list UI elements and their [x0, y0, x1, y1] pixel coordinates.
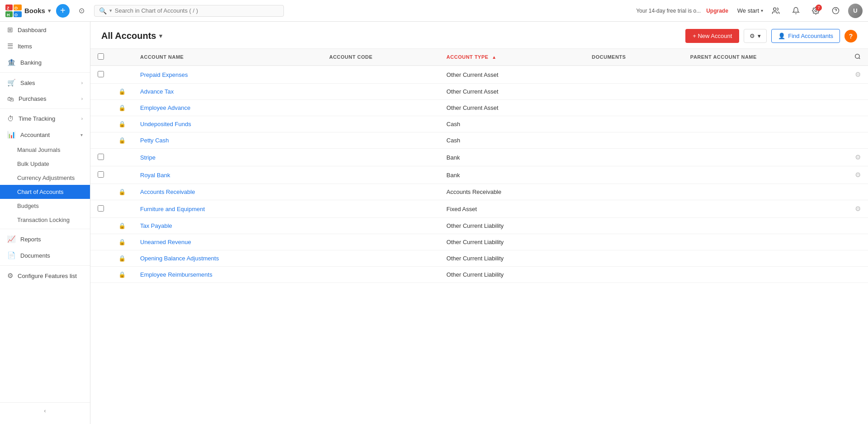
lock-icon: 🔒 — [118, 121, 126, 127]
account-name-link[interactable]: Petty Cash — [140, 137, 169, 144]
contacts-icon[interactable] — [769, 4, 783, 18]
title-chevron-icon[interactable]: ▾ — [159, 33, 162, 39]
sidebar-item-configure[interactable]: ⚙ Configure Features list — [0, 268, 90, 284]
table-header-row: ACCOUNT NAME ACCOUNT CODE ACCOUNT TYPE ▲… — [90, 49, 868, 66]
search-filter-icon[interactable]: ▾ — [109, 8, 112, 14]
select-all-checkbox[interactable] — [98, 53, 104, 60]
account-name-link[interactable]: Unearned Revenue — [140, 239, 191, 245]
sidebar-item-items[interactable]: ☰ Items — [0, 38, 90, 54]
row-settings-icon[interactable]: ⚙ — [855, 71, 861, 78]
row-lock-cell: 🔒 — [111, 250, 133, 267]
row-settings-cell — [847, 218, 868, 234]
sidebar-item-sales[interactable]: 🛒 Sales › — [0, 75, 90, 91]
lock-icon: 🔒 — [118, 88, 126, 95]
row-documents — [585, 218, 683, 234]
row-documents — [585, 100, 683, 116]
sidebar-subitem-bulk-update[interactable]: Bulk Update — [0, 157, 90, 171]
sidebar-item-banking[interactable]: 🏦 Banking — [0, 54, 90, 71]
account-name-link[interactable]: Employee Reimbursements — [140, 271, 212, 278]
account-name-link[interactable]: Advance Tax — [140, 88, 174, 95]
row-parent-account — [683, 132, 847, 149]
sidebar-item-dashboard[interactable]: ⊞ Dashboard — [0, 22, 90, 38]
row-checkbox-cell — [90, 218, 111, 234]
settings-dropdown-button[interactable]: ⚙ ▾ — [744, 29, 767, 43]
th-account-name[interactable]: ACCOUNT NAME — [133, 49, 322, 66]
row-parent-account — [683, 218, 847, 234]
row-account-type: Other Current Asset — [439, 84, 585, 100]
sidebar-item-time-tracking[interactable]: ⏱ Time Tracking › — [0, 111, 90, 127]
row-lock-cell — [111, 149, 133, 166]
main-header: All Accounts ▾ + New Account ⚙ ▾ 👤 Find … — [90, 22, 868, 49]
th-checkbox[interactable] — [90, 49, 111, 66]
row-settings-icon[interactable]: ⚙ — [855, 171, 861, 179]
sidebar-subitem-chart-of-accounts[interactable]: Chart of Accounts — [0, 185, 90, 199]
account-name-link[interactable]: Undeposited Funds — [140, 121, 191, 127]
account-name-link[interactable]: Opening Balance Adjustments — [140, 255, 219, 262]
row-account-code — [322, 250, 439, 267]
help-button[interactable]: ? — [844, 30, 857, 42]
sidebar-subitem-transaction-locking[interactable]: Transaction Locking — [0, 213, 90, 227]
row-checkbox-cell — [90, 100, 111, 116]
sidebar-item-accountant[interactable]: 📊 Accountant ▾ — [0, 127, 90, 143]
row-account-type: Other Current Liability — [439, 250, 585, 267]
row-settings-icon[interactable]: ⚙ — [855, 205, 861, 212]
row-account-name: Employee Advance — [133, 100, 322, 116]
row-account-name: Petty Cash — [133, 132, 322, 149]
sidebar-subitem-currency-adjustments[interactable]: Currency Adjustments — [0, 171, 90, 185]
lock-icon: 🔒 — [118, 137, 126, 144]
row-account-type: Bank — [439, 149, 585, 166]
search-input[interactable] — [115, 7, 279, 14]
account-name-link[interactable]: Accounts Receivable — [140, 188, 195, 195]
search-bar[interactable]: 🔍 ▾ — [94, 5, 284, 17]
account-name-link[interactable]: Employee Advance — [140, 104, 190, 111]
find-accountants-button[interactable]: 👤 Find Accountants — [771, 29, 840, 43]
help-icon[interactable] — [828, 4, 843, 18]
org-selector[interactable]: We start ▾ — [737, 7, 763, 14]
history-icon[interactable]: ⊙ — [75, 4, 89, 18]
sidebar-subitem-budgets[interactable]: Budgets — [0, 199, 90, 213]
th-search[interactable] — [847, 49, 868, 66]
row-lock-cell — [111, 166, 133, 184]
notifications-icon[interactable] — [788, 4, 803, 18]
account-name-link[interactable]: Prepaid Expenses — [140, 71, 188, 78]
sidebar-item-documents[interactable]: 📄 Documents — [0, 247, 90, 264]
sidebar-item-label: Time Tracking — [19, 115, 55, 122]
logo-chevron-icon[interactable]: ▾ — [48, 8, 51, 14]
th-account-type[interactable]: ACCOUNT TYPE ▲ — [439, 49, 585, 66]
logo[interactable]: Z O H O Books ▾ — [5, 5, 51, 17]
avatar[interactable]: U — [848, 4, 863, 18]
row-parent-account — [683, 250, 847, 267]
row-checkbox[interactable] — [98, 154, 104, 160]
account-name-link[interactable]: Royal Bank — [140, 172, 170, 179]
reports-icon: 📈 — [7, 235, 16, 243]
account-name-link[interactable]: Stripe — [140, 154, 156, 161]
row-account-name: Employee Reimbursements — [133, 267, 322, 283]
sidebar-subitem-manual-journals[interactable]: Manual Journals — [0, 143, 90, 157]
row-checkbox[interactable] — [98, 171, 104, 178]
row-account-code — [322, 132, 439, 149]
row-checkbox-cell — [90, 132, 111, 149]
sidebar-item-purchases[interactable]: 🛍 Purchases › — [0, 91, 90, 107]
row-settings-icon[interactable]: ⚙ — [855, 153, 861, 161]
row-account-name: Royal Bank — [133, 166, 322, 184]
row-parent-account — [683, 184, 847, 200]
main-content: All Accounts ▾ + New Account ⚙ ▾ 👤 Find … — [90, 22, 868, 424]
logo-text: Books — [24, 7, 45, 14]
row-parent-account — [683, 100, 847, 116]
account-name-link[interactable]: Furniture and Equipment — [140, 206, 205, 212]
account-name-link[interactable]: Tax Payable — [140, 222, 172, 229]
table-row: Royal BankBank⚙ — [90, 166, 868, 184]
row-checkbox[interactable] — [98, 71, 104, 77]
sidebar-item-label: Purchases — [19, 95, 46, 102]
row-checkbox-cell — [90, 166, 111, 184]
th-account-code[interactable]: ACCOUNT CODE — [322, 49, 439, 66]
sidebar-item-reports[interactable]: 📈 Reports — [0, 231, 90, 247]
settings-icon[interactable]: 7 — [808, 4, 823, 18]
upgrade-link[interactable]: Upgrade — [706, 8, 728, 14]
time-tracking-icon: ⏱ — [7, 115, 14, 122]
add-button[interactable]: + — [56, 4, 70, 18]
row-checkbox[interactable] — [98, 205, 104, 212]
sidebar-collapse-button[interactable]: ‹ — [0, 402, 90, 419]
row-checkbox-cell — [90, 250, 111, 267]
new-account-button[interactable]: + New Account — [685, 29, 739, 43]
